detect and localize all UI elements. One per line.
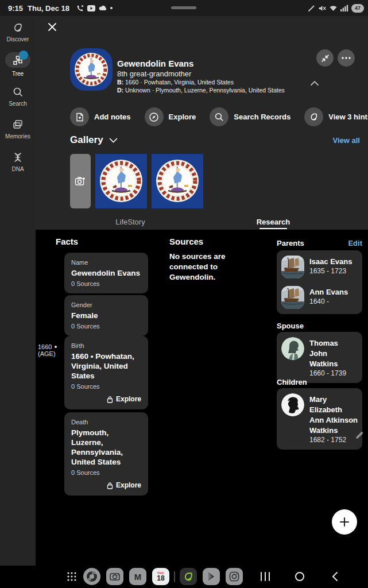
- lock-icon: [107, 482, 113, 489]
- birth-text: 1660 · Powhatan, Virginia, United States: [123, 79, 234, 86]
- spouse-header: Spouse: [277, 322, 362, 330]
- fact-card-name[interactable]: Name Gewendolin Evans 0 Sources: [64, 253, 148, 293]
- explore-label: Explore: [169, 113, 196, 121]
- parent-row-isaac[interactable]: Isaac Evans 1635 - 1723: [281, 256, 358, 278]
- search-records-label: Search Records: [234, 113, 290, 121]
- dna-icon: [12, 152, 24, 163]
- recent-apps-icon[interactable]: [255, 568, 275, 585]
- fact-label: Gender: [71, 301, 141, 308]
- sidebar-label-search: Search: [9, 100, 27, 107]
- explore-birth-button[interactable]: Explore: [71, 395, 141, 403]
- person-death-line: D: Unknown · Plymouth, Luzerne, Pennsylv…: [117, 87, 289, 95]
- tab-research[interactable]: Research: [239, 214, 308, 230]
- parents-card: Isaac Evans 1635 - 1723 Ann Evans 1640 -: [277, 250, 362, 314]
- more-options-icon[interactable]: [338, 49, 355, 67]
- parents-title: Parents: [277, 239, 304, 247]
- instagram-app-icon[interactable]: [226, 568, 243, 585]
- timeline-year: 1660: [38, 343, 52, 350]
- gallery-title: Gallery: [70, 134, 103, 146]
- fact-sources: 0 Sources: [71, 323, 141, 330]
- sidebar-label-memories: Memories: [5, 133, 30, 140]
- status-date: Thu, Dec 18: [28, 4, 69, 13]
- collapse-icon[interactable]: [316, 49, 334, 67]
- camera-app-icon[interactable]: [106, 568, 123, 585]
- stylus-icon: [308, 5, 315, 12]
- explore-label: Explore: [116, 481, 141, 489]
- search-records-button[interactable]: Search Records: [210, 107, 290, 126]
- app-drawer-icon[interactable]: [63, 568, 80, 585]
- person-name: Thomas John Watkins: [309, 339, 338, 368]
- parent-row-ann[interactable]: Ann Evans 1640 -: [281, 286, 358, 309]
- sound-muted-icon: [318, 5, 326, 12]
- add-fab-button[interactable]: [332, 509, 357, 535]
- view-hints-label: View 3 hints: [328, 113, 368, 121]
- fact-card-gender[interactable]: Gender Female 0 Sources: [64, 295, 148, 336]
- fact-card-birth[interactable]: Birth 1660 • Powhatan, Virginia, United …: [64, 336, 148, 409]
- back-icon[interactable]: [325, 568, 344, 585]
- sidebar-item-tree[interactable]: Tree: [5, 52, 30, 77]
- tree-pill: [5, 52, 30, 68]
- browser-app-icon[interactable]: [83, 568, 100, 585]
- view-hints-button[interactable]: View 3 hints: [304, 107, 368, 126]
- spouse-row[interactable]: Thomas John Watkins 1660 - 1739: [281, 337, 358, 378]
- mail-app-icon[interactable]: M: [129, 568, 146, 585]
- add-notes-label: Add notes: [94, 113, 131, 121]
- edit-family-link[interactable]: Edit: [348, 239, 362, 247]
- sidebar-item-memories[interactable]: Memories: [5, 119, 30, 140]
- fact-value: 1660 • Powhatan, Virginia, United States: [71, 351, 141, 381]
- youtube-notification-icon: [87, 5, 95, 11]
- sidebar-item-search[interactable]: Search: [9, 86, 27, 107]
- compass-icon: [145, 107, 164, 126]
- wifi-icon: [329, 5, 338, 11]
- gallery-header: Gallery View all: [70, 134, 360, 146]
- gallery-photo-1[interactable]: [95, 154, 147, 208]
- edit-child-pencil-icon[interactable]: [355, 431, 364, 442]
- calendar-app-icon[interactable]: THU 18: [152, 568, 169, 585]
- sidebar-item-discover[interactable]: Discover: [7, 22, 29, 42]
- fact-sources: 0 Sources: [71, 383, 141, 390]
- timeline-marker: 1660 (AGE): [38, 343, 63, 357]
- explore-death-button[interactable]: Explore: [71, 481, 141, 489]
- tab-lifestory[interactable]: LifeStory: [96, 214, 165, 230]
- parent-avatar-ship: [281, 256, 304, 278]
- parent-avatar-ship: [281, 286, 304, 309]
- ancestry-app-icon[interactable]: [180, 568, 197, 585]
- children-title: Children: [277, 378, 307, 386]
- gallery-chevron-down-icon[interactable]: [109, 136, 118, 145]
- children-card: Mary Elizabeth Ann Atkinson Watkins 1682…: [277, 388, 362, 450]
- add-notes-button[interactable]: Add notes: [70, 107, 131, 126]
- fact-card-death[interactable]: Death Plymouth, Luzerne, Pennsylvania, U…: [64, 412, 148, 496]
- profile-summary: Gewendolin Evans 8th great-grandmother B…: [117, 59, 289, 94]
- fact-label: Name: [71, 259, 141, 266]
- fact-value: Plymouth, Luzerne, Pennsylvania, United …: [71, 428, 141, 467]
- fact-sources: 0 Sources: [71, 469, 141, 476]
- person-name: Mary Elizabeth Ann Atkinson Watkins: [309, 395, 358, 435]
- taskbar-divider: [174, 571, 175, 582]
- person-years: 1660 - 1739: [309, 369, 358, 378]
- tree-notification-badge: [19, 51, 28, 60]
- fact-value: Gewendolin Evans: [71, 268, 141, 278]
- drag-handle[interactable]: [171, 6, 196, 9]
- person-name: Gewendolin Evans: [117, 59, 289, 69]
- sidebar-item-dna[interactable]: DNA: [11, 152, 24, 172]
- close-icon[interactable]: [47, 22, 58, 33]
- chevron-up-icon[interactable]: [310, 79, 319, 88]
- fact-label: Death: [71, 419, 141, 425]
- death-text: Unknown · Plymouth, Luzerne, Pennsylvani…: [123, 87, 285, 94]
- fact-value: Female: [71, 311, 141, 320]
- discover-leaf-icon: [12, 22, 24, 33]
- view-all-link[interactable]: View all: [333, 136, 360, 145]
- call-notification-icon: [76, 5, 84, 12]
- timeline-age-label: (AGE): [38, 350, 56, 357]
- battery-indicator: 47: [351, 4, 364, 13]
- gallery-photo-2[interactable]: [152, 154, 203, 208]
- status-bar: 9:15 Thu, Dec 18 47: [0, 0, 368, 16]
- playstore-app-icon[interactable]: [203, 568, 220, 585]
- child-row[interactable]: Mary Elizabeth Ann Atkinson Watkins 1682…: [281, 393, 358, 444]
- explore-button[interactable]: Explore: [145, 107, 196, 126]
- add-photo-button[interactable]: [70, 154, 91, 208]
- home-icon[interactable]: [290, 568, 309, 585]
- profile-photo-virginia-flag[interactable]: [70, 48, 113, 91]
- sources-title: Sources: [169, 237, 203, 246]
- cloud-notification-icon: [99, 5, 107, 11]
